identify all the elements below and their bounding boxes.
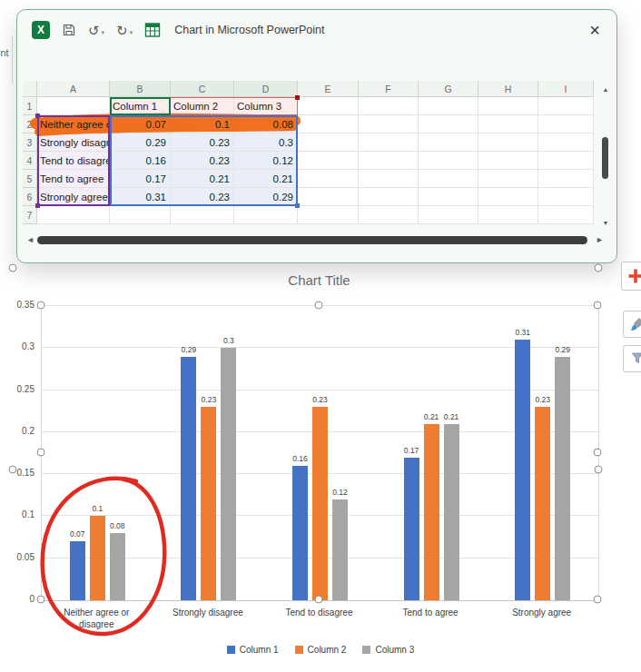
chart-elements-button[interactable] <box>621 262 641 291</box>
cell-F1[interactable] <box>359 97 419 115</box>
vertical-scrollbar[interactable]: ▲ ▼ <box>598 79 613 230</box>
bar-column-1[interactable]: 0.31 <box>515 340 530 600</box>
cell-I5[interactable] <box>538 170 594 188</box>
cell-A1[interactable] <box>37 97 110 115</box>
chart-title[interactable]: Chart Title <box>41 272 597 288</box>
range-resize-handle[interactable] <box>35 203 40 208</box>
horizontal-scroll-thumb[interactable] <box>37 236 587 244</box>
cell-D2[interactable]: 0.08 <box>234 115 298 133</box>
chart-legend[interactable]: Column 1Column 2Column 3 <box>0 645 641 655</box>
bar-column-2[interactable]: 0.23 <box>535 407 550 600</box>
cell-A3[interactable]: Strongly disagree <box>37 133 110 152</box>
cell-E5[interactable] <box>298 170 359 188</box>
cell-H2[interactable] <box>478 115 538 133</box>
column-header-E[interactable]: E <box>298 81 359 97</box>
selection-handle[interactable] <box>37 449 45 457</box>
column-header-C[interactable]: C <box>171 81 234 97</box>
selection-handle[interactable] <box>37 301 45 310</box>
save-button[interactable] <box>62 23 76 37</box>
cell-H3[interactable] <box>478 133 538 152</box>
bar-column-2[interactable]: 0.23 <box>201 407 216 600</box>
redo-button[interactable]: ↻ ▾ <box>116 24 133 37</box>
selection-handle[interactable] <box>594 596 602 604</box>
bar-column-3[interactable]: 0.29 <box>555 357 570 600</box>
legend-item[interactable]: Column 1 <box>227 645 279 655</box>
cell-I7[interactable] <box>538 206 594 224</box>
bar-column-3[interactable]: 0.08 <box>110 533 125 600</box>
cell-F4[interactable] <box>359 152 419 170</box>
row-header-4[interactable]: 4 <box>23 152 37 170</box>
cell-G5[interactable] <box>419 170 478 188</box>
column-header-I[interactable]: I <box>538 81 594 97</box>
bar-column-2[interactable]: 0.23 <box>312 407 328 600</box>
cell-E6[interactable] <box>298 188 359 206</box>
range-resize-handle[interactable] <box>35 114 40 118</box>
edit-data-in-excel-button[interactable] <box>144 22 161 38</box>
cell-D5[interactable]: 0.21 <box>234 170 298 188</box>
horizontal-scrollbar[interactable]: ◄ ► <box>26 233 604 248</box>
cell-I1[interactable] <box>538 97 594 115</box>
cell-G6[interactable] <box>419 188 478 206</box>
bar-column-1[interactable]: 0.29 <box>181 357 196 600</box>
selection-handle[interactable] <box>594 301 602 310</box>
selection-handle[interactable] <box>594 449 602 457</box>
cell-B5[interactable]: 0.17 <box>110 170 171 188</box>
chart-styles-button[interactable] <box>623 311 641 338</box>
cell-D3[interactable]: 0.3 <box>234 133 298 152</box>
cell-C4[interactable]: 0.23 <box>171 152 234 170</box>
row-header-1[interactable]: 1 <box>23 97 37 115</box>
legend-item[interactable]: Column 3 <box>362 645 414 655</box>
cell-G7[interactable] <box>419 206 478 224</box>
cell-F2[interactable] <box>359 115 419 133</box>
cell-I6[interactable] <box>538 188 594 206</box>
cell-G1[interactable] <box>419 97 478 115</box>
cell-E2[interactable] <box>298 115 359 133</box>
cell-F6[interactable] <box>359 188 419 206</box>
cell-F3[interactable] <box>359 133 419 152</box>
range-resize-handle[interactable] <box>295 203 300 208</box>
row-header-2[interactable]: 2 <box>23 115 37 133</box>
cell-E1[interactable] <box>298 97 359 115</box>
cell-C7[interactable] <box>171 206 234 224</box>
cell-G3[interactable] <box>419 133 478 152</box>
column-header-G[interactable]: G <box>419 81 478 97</box>
cell-C3[interactable]: 0.23 <box>171 133 234 152</box>
bar-column-2[interactable]: 0.21 <box>424 424 439 600</box>
close-button[interactable]: × <box>587 21 602 39</box>
selection-handle[interactable] <box>595 466 603 474</box>
chart-object[interactable]: Chart Title 0.070.10.080.290.230.30.160.… <box>0 262 641 672</box>
column-header-D[interactable]: D <box>234 81 298 97</box>
select-all-corner[interactable] <box>23 81 37 97</box>
selection-handle[interactable] <box>37 596 45 604</box>
cell-B7[interactable] <box>110 206 171 224</box>
cell-B6[interactable]: 0.31 <box>110 188 171 206</box>
cell-I2[interactable] <box>538 115 594 133</box>
row-header-5[interactable]: 5 <box>23 170 37 188</box>
cell-C6[interactable]: 0.23 <box>171 188 234 206</box>
column-header-H[interactable]: H <box>478 81 538 97</box>
undo-button[interactable]: ↺ ▾ <box>88 24 104 37</box>
cell-E7[interactable] <box>298 206 359 224</box>
selection-handle[interactable] <box>315 301 323 310</box>
cell-C5[interactable]: 0.21 <box>171 170 234 188</box>
cell-C2[interactable]: 0.1 <box>171 115 234 133</box>
bar-column-2[interactable]: 0.1 <box>90 516 105 600</box>
cell-A2[interactable]: Neither agree or disagree <box>37 115 110 133</box>
cell-A7[interactable] <box>37 206 110 224</box>
selection-handle[interactable] <box>9 264 17 272</box>
row-header-3[interactable]: 3 <box>23 133 37 152</box>
range-resize-handle[interactable] <box>295 95 300 100</box>
chart-filters-button[interactable] <box>623 345 641 372</box>
cell-D7[interactable] <box>234 206 298 224</box>
cell-A4[interactable]: Tend to disagree <box>37 152 110 170</box>
selection-handle[interactable] <box>9 466 17 474</box>
cell-A6[interactable]: Strongly agree <box>37 188 110 206</box>
column-header-F[interactable]: F <box>359 81 419 97</box>
cell-H7[interactable] <box>478 206 538 224</box>
scroll-left-icon[interactable]: ◄ <box>26 235 35 244</box>
cell-D6[interactable]: 0.29 <box>234 188 298 206</box>
vertical-scroll-thumb[interactable] <box>602 137 608 179</box>
scroll-down-icon[interactable]: ▼ <box>603 220 609 226</box>
cell-E3[interactable] <box>298 133 359 152</box>
scroll-right-icon[interactable]: ► <box>596 235 604 244</box>
